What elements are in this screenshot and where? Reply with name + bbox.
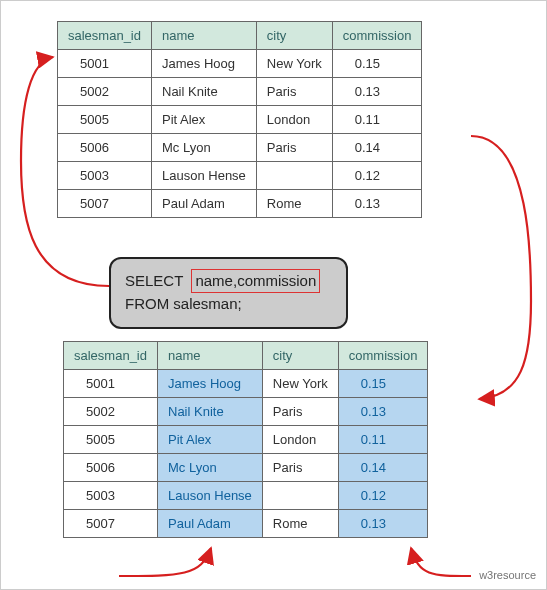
cell: New York (262, 370, 338, 398)
sql-query-box: SELECT name,commission FROM salesman; (109, 257, 348, 329)
col-name: name (152, 22, 257, 50)
cell: 5006 (64, 454, 158, 482)
cell: London (262, 426, 338, 454)
cell: Rome (262, 510, 338, 538)
cell-selected: 0.12 (338, 482, 428, 510)
cell: New York (256, 50, 332, 78)
cell-selected: Pit Alex (158, 426, 263, 454)
cell: James Hoog (152, 50, 257, 78)
cell-selected: 0.13 (338, 398, 428, 426)
cell-selected: 0.15 (338, 370, 428, 398)
sql-select-keyword: SELECT (125, 272, 183, 289)
cell (262, 482, 338, 510)
result-table: salesman_id name city commission 5001Jam… (63, 341, 428, 538)
cell: 5001 (58, 50, 152, 78)
sql-line-2: FROM salesman; (125, 293, 320, 315)
col-city: city (262, 342, 338, 370)
cell-selected: Mc Lyon (158, 454, 263, 482)
header-row: salesman_id name city commission (64, 342, 428, 370)
cell: 0.13 (332, 190, 422, 218)
table-row: 5002Nail KniteParis0.13 (58, 78, 422, 106)
table-row: 5005Pit AlexLondon0.11 (64, 426, 428, 454)
sql-line-1: SELECT name,commission (125, 269, 320, 293)
cell: London (256, 106, 332, 134)
cell-selected: James Hoog (158, 370, 263, 398)
cell: 5005 (58, 106, 152, 134)
col-city: city (256, 22, 332, 50)
table-row: 5007Paul AdamRome0.13 (58, 190, 422, 218)
cell: Paul Adam (152, 190, 257, 218)
cell: 5002 (58, 78, 152, 106)
cell-selected: 0.13 (338, 510, 428, 538)
cell: Rome (256, 190, 332, 218)
table-row: 5006Mc LyonParis0.14 (58, 134, 422, 162)
cell: Pit Alex (152, 106, 257, 134)
arrow-bottom-commission-icon (411, 548, 471, 576)
source-table: salesman_id name city commission 5001Jam… (57, 21, 422, 218)
cell: 5003 (58, 162, 152, 190)
cell: 5001 (64, 370, 158, 398)
cell: 5002 (64, 398, 158, 426)
cell: 5006 (58, 134, 152, 162)
table-row: 5005Pit AlexLondon0.11 (58, 106, 422, 134)
cell: 0.14 (332, 134, 422, 162)
watermark: w3resource (479, 569, 536, 581)
cell (256, 162, 332, 190)
cell: 5007 (58, 190, 152, 218)
col-commission: commission (338, 342, 428, 370)
table-row: 5001James HoogNew York0.15 (58, 50, 422, 78)
arrow-right-icon (471, 136, 531, 399)
cell: Paris (256, 134, 332, 162)
cell: 5005 (64, 426, 158, 454)
cell: 5007 (64, 510, 158, 538)
col-commission: commission (332, 22, 422, 50)
cell-selected: Lauson Hense (158, 482, 263, 510)
table-row: 5002Nail KniteParis0.13 (64, 398, 428, 426)
cell: Lauson Hense (152, 162, 257, 190)
col-salesman-id: salesman_id (64, 342, 158, 370)
diagram-canvas: salesman_id name city commission 5001Jam… (0, 0, 547, 590)
cell: 0.11 (332, 106, 422, 134)
cell: Paris (262, 398, 338, 426)
col-name: name (158, 342, 263, 370)
sql-projection: name,commission (191, 269, 320, 293)
table-row: 5007Paul AdamRome0.13 (64, 510, 428, 538)
cell-selected: 0.11 (338, 426, 428, 454)
cell: Paris (256, 78, 332, 106)
cell: Mc Lyon (152, 134, 257, 162)
cell: 0.12 (332, 162, 422, 190)
cell-selected: 0.14 (338, 454, 428, 482)
header-row: salesman_id name city commission (58, 22, 422, 50)
cell-selected: Paul Adam (158, 510, 263, 538)
cell: Paris (262, 454, 338, 482)
table-row: 5001James HoogNew York0.15 (64, 370, 428, 398)
arrow-bottom-name-icon (119, 548, 211, 576)
cell: 5003 (64, 482, 158, 510)
table-row: 5006Mc LyonParis0.14 (64, 454, 428, 482)
table-row: 5003Lauson Hense0.12 (58, 162, 422, 190)
cell: 0.13 (332, 78, 422, 106)
cell: Nail Knite (152, 78, 257, 106)
table-row: 5003Lauson Hense0.12 (64, 482, 428, 510)
cell-selected: Nail Knite (158, 398, 263, 426)
col-salesman-id: salesman_id (58, 22, 152, 50)
cell: 0.15 (332, 50, 422, 78)
